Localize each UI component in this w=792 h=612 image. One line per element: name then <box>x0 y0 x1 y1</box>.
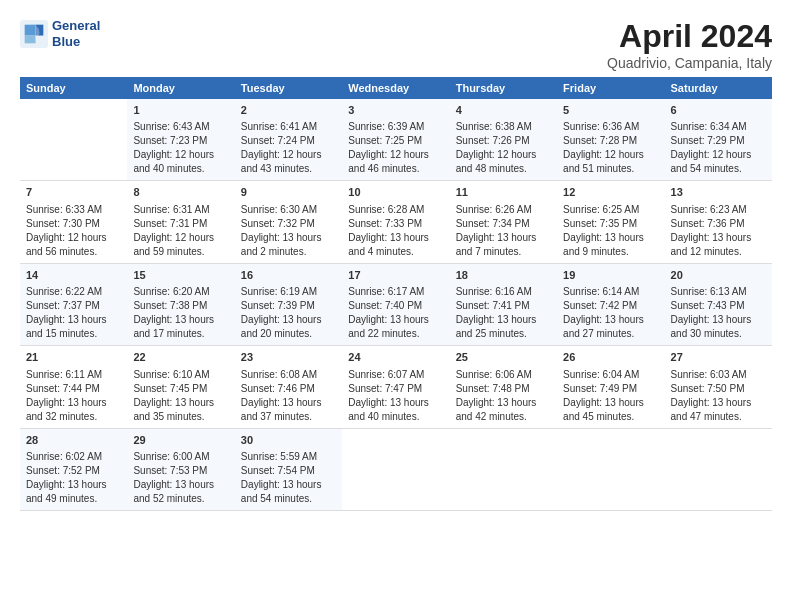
calendar-cell: 24Sunrise: 6:07 AMSunset: 7:47 PMDayligh… <box>342 346 449 428</box>
cell-content: and 40 minutes. <box>133 162 228 176</box>
cell-content: and 17 minutes. <box>133 327 228 341</box>
cell-content: Sunrise: 5:59 AM <box>241 450 336 464</box>
cell-content: Sunrise: 6:43 AM <box>133 120 228 134</box>
calendar-cell: 12Sunrise: 6:25 AMSunset: 7:35 PMDayligh… <box>557 181 664 263</box>
cell-content: Daylight: 13 hours <box>241 396 336 410</box>
calendar-cell <box>20 99 127 181</box>
cell-content: and 2 minutes. <box>241 245 336 259</box>
day-number: 23 <box>241 350 336 365</box>
cell-content: Daylight: 13 hours <box>671 231 766 245</box>
cell-content: and 51 minutes. <box>563 162 658 176</box>
cell-content: Sunrise: 6:03 AM <box>671 368 766 382</box>
cell-content: and 47 minutes. <box>671 410 766 424</box>
calendar-cell: 20Sunrise: 6:13 AMSunset: 7:43 PMDayligh… <box>665 263 772 345</box>
cell-content: Sunrise: 6:19 AM <box>241 285 336 299</box>
day-number: 5 <box>563 103 658 118</box>
cell-content: Sunrise: 6:17 AM <box>348 285 443 299</box>
cell-content: and 32 minutes. <box>26 410 121 424</box>
cell-content: Daylight: 13 hours <box>563 231 658 245</box>
header: General Blue April 2024 Quadrivio, Campa… <box>20 18 772 71</box>
cell-content: Sunset: 7:45 PM <box>133 382 228 396</box>
calendar-cell: 6Sunrise: 6:34 AMSunset: 7:29 PMDaylight… <box>665 99 772 181</box>
cell-content: Sunset: 7:44 PM <box>26 382 121 396</box>
cell-content: Sunrise: 6:14 AM <box>563 285 658 299</box>
cell-content: Daylight: 13 hours <box>456 231 551 245</box>
day-number: 3 <box>348 103 443 118</box>
cell-content: Daylight: 12 hours <box>133 231 228 245</box>
calendar-cell: 3Sunrise: 6:39 AMSunset: 7:25 PMDaylight… <box>342 99 449 181</box>
cell-content: and 49 minutes. <box>26 492 121 506</box>
calendar-cell: 18Sunrise: 6:16 AMSunset: 7:41 PMDayligh… <box>450 263 557 345</box>
cell-content: Sunset: 7:54 PM <box>241 464 336 478</box>
cell-content: Sunset: 7:34 PM <box>456 217 551 231</box>
subtitle: Quadrivio, Campania, Italy <box>607 55 772 71</box>
calendar-cell: 9Sunrise: 6:30 AMSunset: 7:32 PMDaylight… <box>235 181 342 263</box>
calendar-cell <box>557 428 664 510</box>
day-number: 15 <box>133 268 228 283</box>
cell-content: Sunrise: 6:06 AM <box>456 368 551 382</box>
calendar-cell <box>342 428 449 510</box>
cell-content: Sunset: 7:50 PM <box>671 382 766 396</box>
cell-content: and 15 minutes. <box>26 327 121 341</box>
cell-content: Sunrise: 6:11 AM <box>26 368 121 382</box>
cell-content: Sunset: 7:41 PM <box>456 299 551 313</box>
day-number: 13 <box>671 185 766 200</box>
cell-content: Daylight: 12 hours <box>133 148 228 162</box>
cell-content: and 20 minutes. <box>241 327 336 341</box>
cell-content: Sunrise: 6:25 AM <box>563 203 658 217</box>
day-number: 19 <box>563 268 658 283</box>
cell-content: Daylight: 13 hours <box>241 313 336 327</box>
cell-content: Daylight: 12 hours <box>26 231 121 245</box>
day-number: 2 <box>241 103 336 118</box>
cell-content: Sunrise: 6:20 AM <box>133 285 228 299</box>
cell-content: and 48 minutes. <box>456 162 551 176</box>
cell-content: Daylight: 13 hours <box>563 396 658 410</box>
calendar-cell: 26Sunrise: 6:04 AMSunset: 7:49 PMDayligh… <box>557 346 664 428</box>
calendar-cell: 5Sunrise: 6:36 AMSunset: 7:28 PMDaylight… <box>557 99 664 181</box>
day-number: 14 <box>26 268 121 283</box>
calendar-cell: 22Sunrise: 6:10 AMSunset: 7:45 PMDayligh… <box>127 346 234 428</box>
cell-content: Sunrise: 6:04 AM <box>563 368 658 382</box>
day-number: 25 <box>456 350 551 365</box>
cell-content: Daylight: 13 hours <box>133 396 228 410</box>
weekday-header-monday: Monday <box>127 77 234 99</box>
cell-content: Sunset: 7:53 PM <box>133 464 228 478</box>
cell-content: and 40 minutes. <box>348 410 443 424</box>
day-number: 20 <box>671 268 766 283</box>
cell-content: Daylight: 13 hours <box>26 313 121 327</box>
cell-content: Daylight: 13 hours <box>563 313 658 327</box>
cell-content: Sunrise: 6:00 AM <box>133 450 228 464</box>
cell-content: Daylight: 13 hours <box>671 313 766 327</box>
cell-content: Sunrise: 6:10 AM <box>133 368 228 382</box>
cell-content: and 46 minutes. <box>348 162 443 176</box>
cell-content: Sunrise: 6:36 AM <box>563 120 658 134</box>
cell-content: Daylight: 13 hours <box>348 231 443 245</box>
calendar-cell: 13Sunrise: 6:23 AMSunset: 7:36 PMDayligh… <box>665 181 772 263</box>
cell-content: Sunrise: 6:02 AM <box>26 450 121 464</box>
logo-text: General Blue <box>52 18 100 49</box>
cell-content: Sunset: 7:47 PM <box>348 382 443 396</box>
cell-content: and 30 minutes. <box>671 327 766 341</box>
cell-content: Sunset: 7:30 PM <box>26 217 121 231</box>
calendar-cell: 30Sunrise: 5:59 AMSunset: 7:54 PMDayligh… <box>235 428 342 510</box>
day-number: 27 <box>671 350 766 365</box>
weekday-header-tuesday: Tuesday <box>235 77 342 99</box>
cell-content: Daylight: 13 hours <box>133 478 228 492</box>
logo: General Blue <box>20 18 100 49</box>
cell-content: and 43 minutes. <box>241 162 336 176</box>
cell-content: and 35 minutes. <box>133 410 228 424</box>
calendar-table: SundayMondayTuesdayWednesdayThursdayFrid… <box>20 77 772 511</box>
day-number: 8 <box>133 185 228 200</box>
calendar-cell: 27Sunrise: 6:03 AMSunset: 7:50 PMDayligh… <box>665 346 772 428</box>
calendar-cell: 1Sunrise: 6:43 AMSunset: 7:23 PMDaylight… <box>127 99 234 181</box>
weekday-header-saturday: Saturday <box>665 77 772 99</box>
cell-content: Sunrise: 6:07 AM <box>348 368 443 382</box>
day-number: 1 <box>133 103 228 118</box>
weekday-header-sunday: Sunday <box>20 77 127 99</box>
logo-icon <box>20 20 48 48</box>
cell-content: Daylight: 13 hours <box>26 478 121 492</box>
cell-content: and 7 minutes. <box>456 245 551 259</box>
cell-content: Sunrise: 6:23 AM <box>671 203 766 217</box>
cell-content: Sunset: 7:29 PM <box>671 134 766 148</box>
cell-content: Sunset: 7:24 PM <box>241 134 336 148</box>
